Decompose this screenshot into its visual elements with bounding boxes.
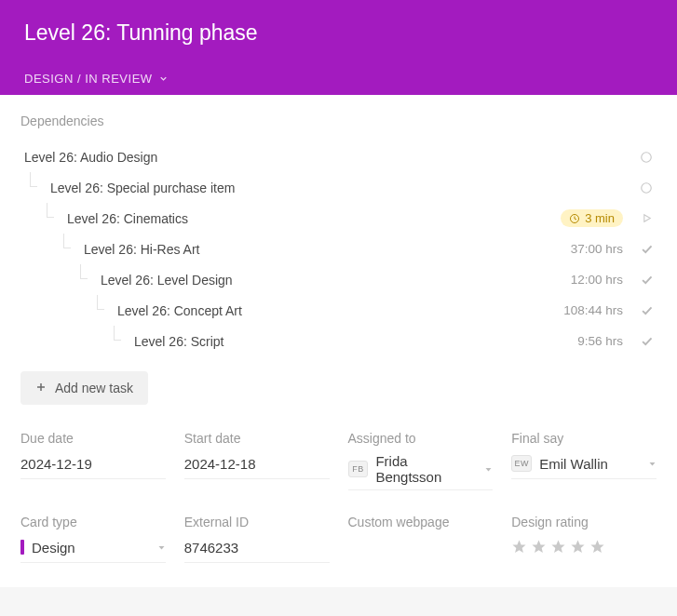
start-date-value[interactable]: 2024-12-18 (184, 453, 330, 479)
dependency-row[interactable]: Level 26: Special purchase item (20, 172, 657, 203)
dependency-name: Level 26: Cinematics (67, 211, 561, 226)
field-label: Due date (20, 431, 166, 446)
star-icon[interactable] (589, 539, 605, 557)
status-open-icon[interactable] (636, 151, 657, 164)
star-icon[interactable] (570, 539, 586, 557)
dependency-row[interactable]: Level 26: Hi-Res Art37:00 hrs (20, 234, 657, 264)
add-new-task-label: Add new task (55, 381, 133, 395)
field-label: Design rating (511, 515, 657, 529)
indent-guides (20, 295, 117, 326)
assigned-to-select[interactable]: FB Frida Bengtsson (348, 453, 494, 490)
card-header: Level 26: Tunning phase DESIGN / IN REVI… (0, 0, 677, 95)
field-label: Card type (20, 515, 166, 529)
field-card-type: Card type Design (20, 515, 166, 563)
field-label: External ID (184, 515, 330, 529)
indent-guides (20, 264, 101, 295)
svg-marker-11 (552, 540, 565, 552)
dependency-time: 3 min (561, 209, 623, 227)
status-done-icon[interactable] (636, 334, 657, 348)
status-done-icon[interactable] (636, 273, 657, 287)
dependency-row[interactable]: Level 26: Concept Art108:44 hrs (20, 295, 657, 326)
dependency-name: Level 26: Level Design (101, 273, 571, 288)
external-id-text: 8746233 (184, 540, 238, 556)
status-separator: / (74, 72, 85, 86)
field-label: Final say (511, 431, 657, 446)
clock-icon (569, 213, 580, 224)
indent-guides (20, 172, 50, 203)
pill-text: 3 min (585, 211, 615, 225)
star-icon[interactable] (550, 539, 566, 557)
indent-guides (20, 326, 134, 356)
type-color-swatch (20, 540, 24, 555)
avatar: EW (511, 455, 532, 472)
field-design-rating: Design rating (511, 515, 657, 563)
svg-marker-9 (513, 540, 526, 552)
svg-marker-10 (533, 540, 546, 552)
caret-down-icon (484, 465, 493, 474)
dependency-row[interactable]: Level 26: Script9:56 hrs (20, 326, 657, 356)
field-external-id: External ID 8746233 (184, 515, 330, 563)
svg-marker-3 (643, 215, 650, 222)
field-label: Custom webpage (348, 515, 494, 529)
indent-guides (20, 141, 24, 172)
field-custom-webpage: Custom webpage (348, 515, 494, 563)
svg-marker-8 (158, 546, 164, 549)
dependency-time: 9:56 hrs (577, 334, 623, 348)
indent-guides (20, 203, 67, 234)
field-label: Start date (184, 431, 330, 446)
card-body: Dependencies Level 26: Audio DesignLevel… (0, 95, 677, 587)
plus-icon (35, 381, 47, 395)
status-play-icon[interactable] (636, 212, 657, 224)
dependency-name: Level 26: Script (134, 334, 577, 349)
field-final-say: Final say EW Emil Wallin (511, 431, 657, 490)
field-assigned-to: Assigned to FB Frida Bengtsson (348, 431, 494, 490)
svg-marker-6 (486, 468, 492, 471)
status-dropdown[interactable]: DESIGN / IN REVIEW (24, 62, 653, 95)
status-state: IN REVIEW (85, 72, 152, 86)
caret-down-icon (157, 543, 166, 552)
external-id-value[interactable]: 8746233 (184, 537, 330, 563)
status-category: DESIGN (24, 72, 74, 86)
indent-guides (20, 234, 84, 264)
card-title: Level 26: Tunning phase (24, 20, 653, 62)
dependency-name: Level 26: Audio Design (24, 150, 623, 165)
start-date-text: 2024-12-18 (184, 456, 256, 472)
caret-down-icon (648, 460, 657, 468)
dependency-time: 12:00 hrs (571, 273, 623, 287)
dependency-row[interactable]: Level 26: Cinematics3 min (20, 203, 657, 234)
final-say-name: Emil Wallin (539, 456, 608, 472)
avatar: FB (348, 461, 369, 477)
dependency-time: 108:44 hrs (563, 303, 623, 317)
svg-point-0 (642, 152, 652, 162)
final-say-select[interactable]: EW Emil Wallin (511, 453, 657, 479)
svg-marker-13 (591, 540, 604, 552)
field-start-date: Start date 2024-12-18 (184, 431, 330, 490)
dependency-row[interactable]: Level 26: Level Design12:00 hrs (20, 264, 657, 295)
active-time-pill: 3 min (561, 209, 623, 227)
due-date-value[interactable]: 2024-12-19 (20, 453, 166, 479)
field-label: Assigned to (348, 431, 494, 446)
custom-webpage-value[interactable] (348, 537, 494, 563)
footer-area (0, 587, 677, 616)
dependency-time: 37:00 hrs (571, 242, 623, 256)
design-rating-stars[interactable] (511, 537, 657, 563)
star-icon[interactable] (511, 539, 527, 557)
dependencies-label: Dependencies (20, 114, 657, 128)
status-done-icon[interactable] (636, 303, 657, 317)
dependency-row[interactable]: Level 26: Audio Design (20, 141, 657, 172)
chevron-down-icon (158, 74, 169, 84)
card-type-text: Design (32, 540, 75, 556)
svg-point-1 (642, 182, 652, 193)
status-open-icon[interactable] (636, 181, 657, 194)
dependency-name: Level 26: Special purchase item (50, 181, 623, 195)
svg-marker-7 (650, 462, 656, 465)
svg-marker-12 (572, 540, 585, 552)
fields-grid: Due date 2024-12-19 Start date 2024-12-1… (20, 431, 657, 563)
dependency-name: Level 26: Hi-Res Art (84, 242, 571, 257)
status-done-icon[interactable] (636, 242, 657, 256)
dependencies-list: Level 26: Audio DesignLevel 26: Special … (20, 141, 657, 356)
add-new-task-button[interactable]: Add new task (20, 371, 148, 405)
star-icon[interactable] (531, 539, 547, 557)
card-type-select[interactable]: Design (20, 537, 166, 563)
due-date-text: 2024-12-19 (20, 456, 92, 472)
